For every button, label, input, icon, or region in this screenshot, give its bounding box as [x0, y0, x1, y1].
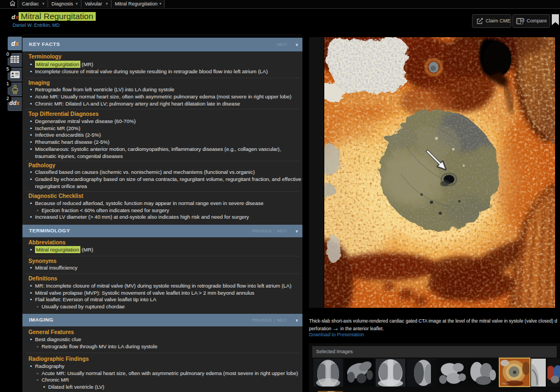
svg-text:StatDx: StatDx	[502, 382, 509, 385]
